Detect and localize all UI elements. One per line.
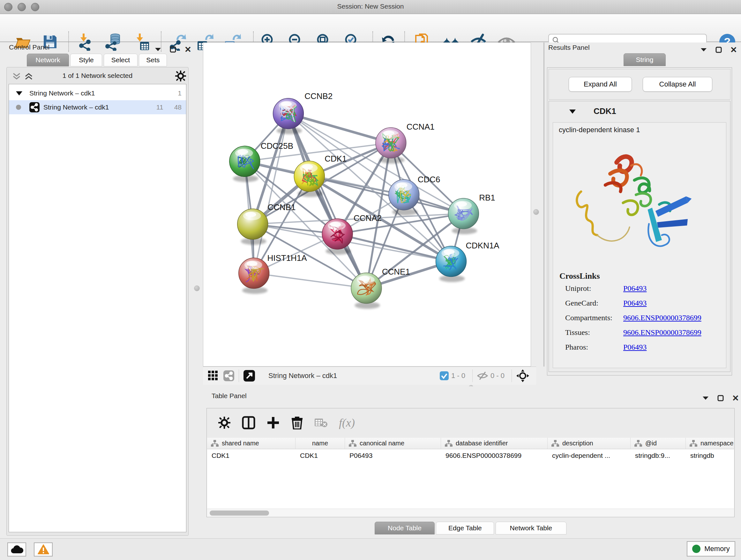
float-panel-icon[interactable] — [716, 47, 722, 53]
results-panel-title: Results Panel — [548, 44, 590, 51]
table-panel: Table Panel ✕ f(x) shared name name cano… — [198, 386, 741, 538]
collapse-section-icon[interactable] — [569, 110, 576, 114]
tab-network-table[interactable]: Network Table — [495, 522, 566, 535]
tab-select[interactable]: Select — [104, 54, 138, 66]
cell-database-identifier[interactable]: 9606.ENSP00000378699 — [441, 449, 548, 463]
open-in-new-window-icon[interactable] — [244, 370, 255, 381]
crosslink-value-link[interactable]: P06493 — [623, 299, 647, 307]
crosslink-row: Pharos:P06493 — [565, 343, 725, 352]
string-results-box: Expand All Collapse All CDK1 cyclin-depe… — [547, 67, 732, 375]
gene-name: CDK1 — [594, 106, 616, 116]
crosslink-label: Compartments: — [565, 314, 623, 322]
column-header-name[interactable]: name — [295, 438, 345, 449]
collapse-all-button[interactable]: Collapse All — [643, 77, 712, 91]
gene-details-box: cyclin-dependent kinase 1 — [553, 122, 726, 368]
vertical-splitter-handle[interactable] — [194, 286, 200, 291]
node-gloss — [359, 276, 370, 281]
crosslink-value-link[interactable]: P06493 — [623, 343, 647, 351]
panel-menu-icon[interactable] — [154, 47, 161, 52]
node-gloss — [444, 249, 455, 254]
cell-description[interactable]: cyclin-dependent ... — [548, 449, 630, 463]
gear-icon[interactable] — [175, 71, 186, 81]
close-panel-icon[interactable]: ✕ — [185, 45, 192, 54]
control-panel-tabs: Network Style Select Sets — [27, 54, 167, 66]
node-gloss — [397, 183, 408, 188]
share-view-icon[interactable] — [223, 370, 234, 381]
warnings-button[interactable] — [34, 543, 53, 557]
expand-all-button[interactable]: Expand All — [569, 77, 632, 91]
network-collection-row[interactable]: String Network – cdk1 1 — [9, 86, 186, 100]
control-panel-title: Control Panel — [9, 44, 50, 51]
gene-description: cyclin-dependent kinase 1 — [559, 126, 640, 134]
delete-column-icon[interactable] — [291, 416, 303, 429]
cell-id[interactable]: stringdb:9... — [630, 449, 686, 463]
cell-name[interactable]: CDK1 — [295, 449, 345, 463]
memory-status-dot — [692, 545, 700, 553]
close-panel-icon[interactable]: ✕ — [730, 46, 737, 54]
network-view-title: String Network – cdk1 — [268, 372, 337, 380]
add-column-icon[interactable] — [267, 416, 280, 429]
network-edge — [254, 273, 366, 288]
column-header-database-identifier[interactable]: database identifier — [441, 438, 548, 449]
network-canvas[interactable]: CCNB2CCNA1CDC25BCDK1CDC6RB1CCNB1CCNA2CDK… — [203, 43, 531, 367]
network-column-icon — [211, 440, 219, 447]
hidden-eye-icon[interactable] — [477, 371, 488, 380]
cloud-button[interactable] — [7, 543, 26, 557]
crosslink-row: GeneCard:P06493 — [565, 299, 725, 307]
node-gloss — [246, 212, 256, 217]
network-column-icon — [445, 440, 453, 447]
node-gloss — [238, 149, 248, 154]
panel-menu-icon[interactable] — [702, 396, 709, 400]
protein-structure-image — [572, 143, 700, 271]
vertical-splitter-handle[interactable] — [533, 209, 539, 215]
column-header-canonical-name[interactable]: canonical name — [345, 438, 441, 449]
close-panel-icon[interactable]: ✕ — [732, 394, 739, 402]
cell-canonical-name[interactable]: P06493 — [345, 449, 441, 463]
network-row-selected[interactable]: String Network – cdk1 11 48 — [9, 100, 186, 114]
network-right-gutter — [531, 43, 544, 367]
birds-eye-view-icon[interactable] — [516, 369, 529, 382]
panel-menu-icon[interactable] — [700, 48, 707, 52]
crosslink-value-link[interactable]: 9606.ENSP00000378699 — [623, 328, 701, 336]
selected-checkbox-icon[interactable] — [440, 371, 449, 380]
grid-view-icon[interactable] — [208, 371, 218, 381]
column-header-description[interactable]: description — [548, 438, 630, 449]
table-panel-title: Table Panel — [212, 392, 247, 400]
node-table[interactable]: shared name name canonical name database… — [207, 438, 734, 509]
network-row-label: String Network – cdk1 — [44, 104, 109, 111]
cell-namespace[interactable]: stringdb — [686, 449, 734, 463]
column-header-shared-name[interactable]: shared name — [207, 438, 295, 449]
node-label-CDC6: CDC6 — [418, 175, 441, 184]
column-header-id[interactable]: @id — [630, 438, 686, 449]
window-title: Session: New Session — [0, 3, 741, 10]
show-columns-icon[interactable] — [242, 416, 255, 429]
table-header-row: shared name name canonical name database… — [207, 438, 734, 449]
network-share-icon — [29, 102, 40, 112]
tab-edge-table[interactable]: Edge Table — [436, 522, 494, 535]
tab-node-table[interactable]: Node Table — [375, 522, 434, 535]
memory-button[interactable]: Memory — [687, 541, 735, 557]
crosslink-value-link[interactable]: 9606.ENSP00000378699 — [623, 314, 701, 322]
column-header-namespace[interactable]: namespace — [686, 438, 734, 449]
node-label-CDKN1A: CDKN1A — [466, 241, 499, 250]
cell-shared-name[interactable]: CDK1 — [207, 449, 295, 463]
crosslink-label: Uniprot: — [565, 284, 623, 293]
crosslink-label: GeneCard: — [565, 299, 623, 307]
collection-expand-icon[interactable] — [16, 91, 22, 96]
float-panel-icon[interactable] — [170, 46, 176, 53]
table-horizontal-scrollbar[interactable] — [207, 509, 734, 517]
tab-style[interactable]: Style — [70, 54, 102, 66]
results-buttons-box: Expand All Collapse All — [549, 69, 731, 100]
scrollbar-thumb[interactable] — [210, 510, 269, 516]
divider — [239, 369, 239, 382]
table-options-gear-icon[interactable] — [218, 417, 230, 429]
network-column-icon — [349, 440, 356, 447]
tab-string[interactable]: String — [623, 53, 666, 66]
control-panel: Control Panel ✕ Network Style Select Set… — [3, 43, 192, 538]
tab-network[interactable]: Network — [27, 54, 69, 66]
float-panel-icon[interactable] — [718, 395, 724, 401]
crosslink-value-link[interactable]: P06493 — [623, 284, 647, 293]
tab-sets[interactable]: Sets — [139, 54, 167, 66]
network-edge — [254, 114, 288, 273]
table-row[interactable]: CDK1 CDK1 P06493 9606.ENSP00000378699 cy… — [207, 449, 734, 463]
